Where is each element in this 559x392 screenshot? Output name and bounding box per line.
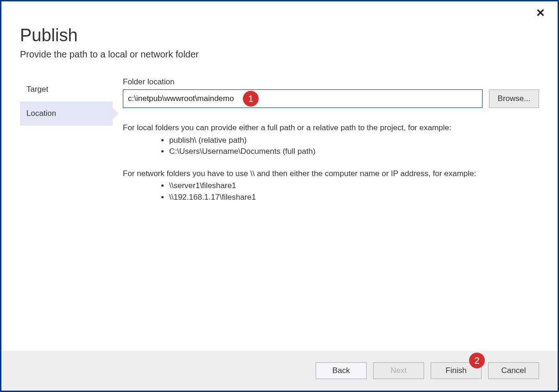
wizard-content: Folder location 1 Browse... For local fo… [113, 77, 539, 351]
dialog-subtitle: Provide the path to a local or network f… [20, 49, 539, 60]
annotation-callout-2: 2 [469, 353, 485, 368]
publish-dialog: ✕ Publish Provide the path to a local or… [0, 0, 559, 392]
dialog-footer: Back Next Finish 2 Cancel [1, 351, 558, 391]
dialog-title: Publish [20, 25, 539, 45]
next-button: Next [373, 362, 424, 379]
sidebar-item-label: Target [26, 85, 48, 94]
help-network-example: \\192.168.1.17\fileshare1 [169, 192, 539, 203]
sidebar-item-location[interactable]: Location [20, 101, 113, 126]
close-button[interactable]: ✕ [534, 6, 547, 20]
help-network-example: \\server1\fileshare1 [169, 180, 539, 192]
cancel-button[interactable]: Cancel [488, 362, 539, 379]
help-network-list: \\server1\fileshare1 \\192.168.1.17\file… [123, 180, 539, 203]
folder-location-input[interactable] [123, 89, 483, 108]
browse-button[interactable]: Browse... [489, 89, 539, 108]
dialog-header: Publish Provide the path to a local or n… [1, 1, 558, 64]
help-network-intro: For network folders you have to use \\ a… [123, 168, 539, 180]
wizard-sidebar: Target Location [20, 77, 113, 351]
help-text: For local folders you can provide either… [123, 122, 539, 203]
help-local-example: publish\ (relative path) [169, 135, 539, 146]
finish-button[interactable]: Finish 2 [431, 362, 482, 379]
help-local-intro: For local folders you can provide either… [123, 122, 539, 134]
finish-button-label: Finish [445, 366, 466, 375]
help-local-example: C:\Users\Username\Documents (full path) [169, 146, 539, 158]
sidebar-item-label: Location [26, 109, 56, 118]
folder-location-row: 1 Browse... [123, 89, 539, 108]
back-button[interactable]: Back [316, 362, 367, 379]
folder-location-label: Folder location [123, 77, 539, 87]
sidebar-item-target[interactable]: Target [20, 77, 113, 101]
dialog-body: Target Location Folder location 1 Browse… [1, 64, 558, 351]
close-icon: ✕ [536, 6, 545, 19]
help-local-list: publish\ (relative path) C:\Users\Userna… [123, 135, 539, 158]
